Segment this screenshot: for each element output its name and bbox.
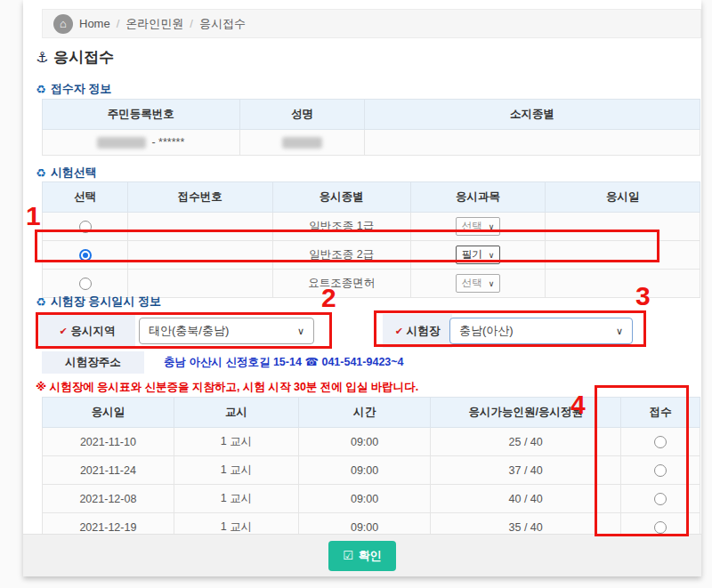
home-icon[interactable]: ⌂: [53, 14, 73, 34]
section-title-exam-select: ♻ 시험선택: [36, 165, 97, 181]
chevron-down-icon: ∨: [489, 251, 495, 260]
applicant-row: - ******: [43, 130, 700, 156]
subject-select-value: 필기: [462, 248, 482, 262]
period-cell: 1 교시: [174, 456, 298, 485]
time-cell: 09:00: [299, 485, 431, 513]
select-cell: [43, 241, 128, 270]
exam-header-row: 선택 접수번호 응시종별 응시과목 응시일: [43, 182, 700, 213]
schedule-row-3: 2021-12-08 1 교시 09:00 40 / 40: [43, 485, 700, 513]
subject-select-value: 선택: [462, 220, 482, 233]
region-label: ✔ 응시지역: [39, 313, 135, 349]
exam-date-cell: [546, 270, 700, 298]
subject-cell: 선택 ∨: [410, 213, 545, 241]
confirm-button-label: 확인: [359, 548, 382, 564]
license-cell: [365, 130, 700, 156]
site-select[interactable]: 충남(아산) ∨: [449, 318, 633, 344]
subject-select-yacht[interactable]: 선택 ∨: [456, 274, 501, 293]
redacted-rrn: [97, 137, 146, 149]
col-header-license-type: 소지종별: [365, 100, 700, 130]
schedule-header-row: 응시일 교시 시간 응시가능인원/응시정원 접수: [43, 398, 700, 428]
time-cell: 09:00: [299, 456, 431, 485]
schedule-table: 응시일 교시 시간 응시가능인원/응시정원 접수 2021-11-10 1 교시…: [42, 397, 700, 542]
col-header-apply: 접수: [621, 398, 700, 428]
subject-cell: 필기 ∨: [410, 241, 545, 270]
subject-select-general-1[interactable]: 선택 ∨: [456, 217, 501, 236]
breadcrumb: ⌂ Home / 온라인민원 / 응시접수: [42, 9, 701, 38]
apply-radio-1[interactable]: [654, 436, 667, 448]
section-icon: ♻: [36, 295, 46, 309]
footer-bar: ☑ 확인: [23, 534, 701, 576]
chevron-down-icon: ∨: [489, 279, 495, 288]
col-header-date: 응시일: [43, 398, 174, 428]
section-icon: ♻: [36, 166, 46, 180]
required-check-icon: ✔: [395, 326, 403, 337]
period-cell: 1 교시: [174, 428, 298, 456]
time-cell: 09:00: [299, 428, 431, 456]
chevron-down-icon: ∨: [616, 326, 623, 337]
apply-radio-3[interactable]: [654, 493, 667, 505]
address-label-text: 시험장주소: [65, 355, 121, 370]
apply-radio-4[interactable]: [654, 521, 667, 534]
address-text: 충남 아산시 신정호길 15-14: [164, 356, 302, 368]
exam-radio-general-1[interactable]: [79, 221, 92, 233]
date-cell: 2021-11-24: [43, 456, 174, 485]
content-card: ⌂ Home / 온라인민원 / 응시접수 ⚓ 응시접수 ♻ 접수자 정보 주민…: [23, 0, 701, 576]
section-title-text: 시험선택: [51, 165, 97, 181]
exam-radio-yacht[interactable]: [79, 278, 92, 290]
breadcrumb-separator: /: [190, 17, 193, 30]
apply-cell: [621, 485, 700, 513]
phone-icon: ☎: [304, 356, 319, 368]
exam-row-general-1: 일반조종 1급 선택 ∨: [43, 213, 700, 241]
breadcrumb-current: 응시접수: [199, 16, 246, 32]
capacity-cell: 37 / 40: [431, 456, 621, 485]
exam-type-cell: 일반조종 1급: [272, 213, 410, 241]
breadcrumb-link-online-minwon[interactable]: 온라인민원: [125, 16, 183, 32]
address-label: 시험장주소: [42, 351, 144, 374]
applicant-table: 주민등록번호 성명 소지종별 - ******: [42, 99, 700, 156]
exam-type-cell: 요트조종면허: [272, 270, 410, 298]
col-header-period: 교시: [174, 398, 298, 428]
confirm-button[interactable]: ☑ 확인: [328, 541, 396, 571]
exam-date-cell: [546, 213, 700, 241]
section-title-applicant: ♻ 접수자 정보: [36, 81, 111, 97]
col-header-name: 성명: [239, 100, 364, 130]
subject-cell: 선택 ∨: [410, 270, 545, 298]
anchor-icon: ⚓: [36, 49, 48, 66]
receipt-cell: [128, 213, 273, 241]
region-select[interactable]: 태안(충북/충남) ∨: [139, 318, 314, 344]
subject-select-general-2[interactable]: 필기 ∨: [456, 246, 501, 264]
receipt-cell: [128, 241, 273, 270]
name-cell: [239, 130, 364, 156]
apply-cell: [621, 456, 700, 485]
required-check-icon: ✔: [59, 326, 67, 337]
confirm-check-icon: ☑: [343, 549, 353, 562]
venue-address: 충남 아산시 신정호길 15-14 ☎ 041-541-9423~4: [164, 351, 404, 374]
page-title-text: 응시접수: [53, 47, 114, 68]
section-title-text: 시험장 응시일시 정보: [51, 294, 161, 310]
address-phone: 041-541-9423~4: [321, 356, 403, 368]
apply-radio-2[interactable]: [654, 464, 667, 477]
capacity-cell: 25 / 40: [431, 428, 621, 456]
section-icon: ♻: [36, 83, 46, 96]
apply-cell: [621, 428, 700, 456]
capacity-cell: 40 / 40: [431, 485, 621, 513]
region-select-value: 태안(충북/충남): [149, 323, 229, 339]
home-glyph: ⌂: [60, 18, 67, 29]
col-header-rrn: 주민등록번호: [43, 100, 240, 130]
section-title-text: 접수자 정보: [51, 81, 112, 97]
breadcrumb-separator: /: [117, 17, 120, 30]
site-label-text: 시험장: [407, 324, 441, 339]
col-header-time: 시간: [299, 398, 431, 428]
schedule-row-1: 2021-11-10 1 교시 09:00 25 / 40: [43, 428, 700, 456]
rrn-cell: - ******: [43, 130, 240, 156]
col-header-capacity: 응시가능인원/응시정원: [431, 398, 621, 428]
exam-radio-general-2[interactable]: [79, 249, 92, 262]
subject-select-value: 선택: [462, 277, 482, 290]
site-select-value: 충남(아산): [459, 323, 514, 339]
exam-type-cell: 일반조종 2급: [272, 241, 410, 270]
breadcrumb-home-link[interactable]: Home: [79, 17, 110, 30]
schedule-row-2: 2021-11-24 1 교시 09:00 37 / 40: [43, 456, 700, 485]
chevron-down-icon: ∨: [489, 222, 495, 231]
date-cell: 2021-12-08: [43, 485, 174, 513]
region-label-text: 응시지역: [71, 324, 116, 339]
